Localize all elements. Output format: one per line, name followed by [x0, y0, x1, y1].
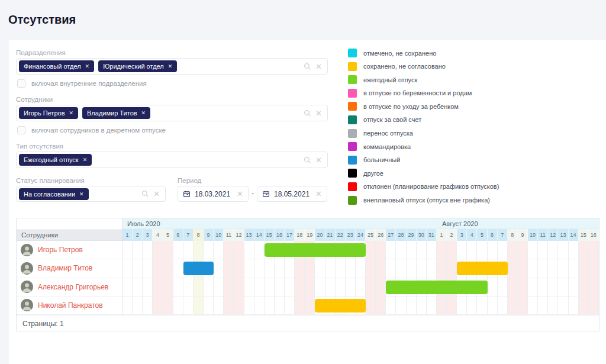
search-icon[interactable] — [141, 190, 149, 198]
chip-remove-icon[interactable]: ✕ — [69, 110, 73, 116]
day-header-cell: 15 — [265, 229, 275, 241]
legend-color-swatch — [348, 62, 357, 71]
clear-icon[interactable]: ✕ — [153, 190, 160, 198]
absence-bar[interactable] — [315, 299, 366, 313]
day-header-cell: 7 — [498, 229, 508, 241]
employee-chip[interactable]: Игорь Петров ✕ — [19, 107, 78, 119]
absence-type-input[interactable]: Ежегодный отпуск ✕ ✕ — [16, 152, 328, 168]
period-to-input[interactable]: 18.05.2021 ✕ — [257, 186, 327, 202]
day-column — [538, 241, 548, 315]
day-header-cell: 19 — [305, 229, 315, 241]
legend-label: внеплановый отпуск (отпуск вне графика) — [363, 197, 490, 204]
day-column — [579, 241, 589, 315]
legend-item: в отпуске по уходу за ребенком — [348, 102, 499, 111]
day-column — [133, 241, 143, 315]
employee-row[interactable]: Николай Панкратов — [17, 297, 122, 315]
clear-icon[interactable]: ✕ — [315, 109, 322, 117]
day-header-cell: 8 — [194, 229, 204, 241]
legend-label: отпуск за свой счет — [363, 116, 421, 123]
department-chip[interactable]: Юридический отдел ✕ — [98, 60, 177, 72]
clear-icon[interactable]: ✕ — [237, 190, 243, 198]
employee-chip[interactable]: Владимир Титов ✕ — [82, 107, 150, 119]
gantt-left-column: Сотрудники Игорь ПетровВладимир ТитовАле… — [17, 218, 123, 315]
month-label: Август 2020 — [437, 218, 599, 228]
day-column — [518, 241, 528, 315]
planning-status-input[interactable]: На согласовании ✕ ✕ — [16, 186, 166, 202]
day-column — [224, 241, 234, 315]
day-header-cell: 3 — [143, 229, 153, 241]
absence-bar[interactable] — [386, 281, 487, 294]
legend-color-swatch — [348, 102, 357, 111]
legend-item: другое — [348, 169, 499, 178]
legend-color-swatch — [348, 129, 357, 138]
day-header-cell: 21 — [325, 229, 336, 241]
gantt-month-header: Июль 2020Август 2020 — [123, 218, 599, 229]
employee-row[interactable]: Игорь Петров — [17, 241, 122, 259]
chip-remove-icon[interactable]: ✕ — [85, 63, 90, 69]
employee-name[interactable]: Николай Панкратов — [38, 301, 103, 310]
legend-item: больничный — [348, 156, 499, 165]
content-card: Подразделения Финансовый отдел ✕ Юридиче… — [9, 40, 606, 364]
clear-icon[interactable]: ✕ — [315, 156, 322, 164]
employee-name[interactable]: Владимир Титов — [38, 264, 92, 272]
legend-color-swatch — [348, 156, 357, 165]
day-header-cell: 1 — [123, 229, 133, 241]
legend-label: больничный — [363, 156, 400, 163]
legend-color-swatch — [348, 75, 357, 84]
day-header-cell: 10 — [214, 229, 224, 241]
day-column — [163, 241, 173, 315]
day-column — [488, 241, 498, 315]
period-from-input[interactable]: 18.03.2021 ✕ — [178, 186, 249, 202]
day-column — [417, 241, 427, 315]
legend-color-swatch — [348, 115, 357, 124]
legend-color-swatch — [348, 142, 357, 151]
day-header-cell: 25 — [366, 229, 376, 241]
search-icon[interactable] — [304, 109, 311, 117]
department-chip[interactable]: Финансовый отдел ✕ — [19, 60, 94, 72]
legend-color-swatch — [348, 169, 357, 178]
chip-remove-icon[interactable]: ✕ — [168, 63, 173, 69]
avatar — [21, 299, 33, 311]
departments-input[interactable]: Финансовый отдел ✕ Юридический отдел ✕ ✕ — [16, 58, 328, 75]
checkbox[interactable] — [17, 79, 25, 88]
clear-icon[interactable]: ✕ — [315, 63, 322, 70]
day-column — [447, 241, 457, 315]
chip-remove-icon[interactable]: ✕ — [141, 110, 146, 116]
search-icon[interactable] — [304, 156, 311, 164]
legend-item: отпуск за свой счет — [348, 115, 499, 124]
absence-type-chip[interactable]: Ежегодный отпуск ✕ — [19, 154, 92, 166]
avatar — [21, 244, 33, 256]
search-icon[interactable] — [304, 63, 311, 70]
row-divider — [123, 314, 599, 315]
day-column — [508, 241, 518, 315]
employee-row[interactable]: Владимир Титов — [17, 259, 122, 278]
absence-bar[interactable] — [183, 262, 214, 275]
checkbox-label: включая сотрудников в декретном отпуске — [31, 127, 166, 134]
chip-remove-icon[interactable]: ✕ — [79, 191, 84, 197]
day-header-cell: 20 — [315, 229, 325, 241]
employee-name[interactable]: Игорь Петров — [38, 246, 83, 254]
chip-remove-icon[interactable]: ✕ — [83, 157, 88, 163]
employee-name[interactable]: Александр Григорьев — [38, 283, 108, 291]
day-header-cell: 11 — [538, 229, 548, 241]
legend-color-swatch — [348, 89, 357, 98]
employees-input[interactable]: Игорь Петров ✕ Владимир Титов ✕ ✕ — [16, 105, 328, 121]
legend-color-swatch — [348, 196, 357, 205]
checkbox[interactable] — [17, 126, 25, 134]
absence-bar[interactable] — [457, 262, 508, 275]
day-header-cell: 11 — [224, 229, 234, 241]
include-inner-departments-checkbox-row[interactable]: включая внутренние подразделения — [17, 79, 147, 88]
legend-item: коммандировка — [348, 142, 499, 151]
employee-row[interactable]: Александр Григорьев — [17, 278, 122, 297]
include-maternity-leave-checkbox-row[interactable]: включая сотрудников в декретном отпуске — [17, 126, 166, 134]
legend-label: в отпуске по беременности и родам — [363, 89, 472, 96]
page-title: Отсутствия — [8, 13, 76, 27]
day-column — [254, 241, 265, 315]
absence-bar[interactable] — [265, 243, 366, 257]
planning-status-chip[interactable]: На согласовании ✕ — [19, 188, 89, 200]
legend-item: внеплановый отпуск (отпуск вне графика) — [348, 196, 499, 205]
day-column — [123, 241, 133, 315]
day-column — [589, 241, 599, 315]
clear-icon[interactable]: ✕ — [315, 190, 322, 198]
day-header-cell: 14 — [254, 229, 265, 241]
